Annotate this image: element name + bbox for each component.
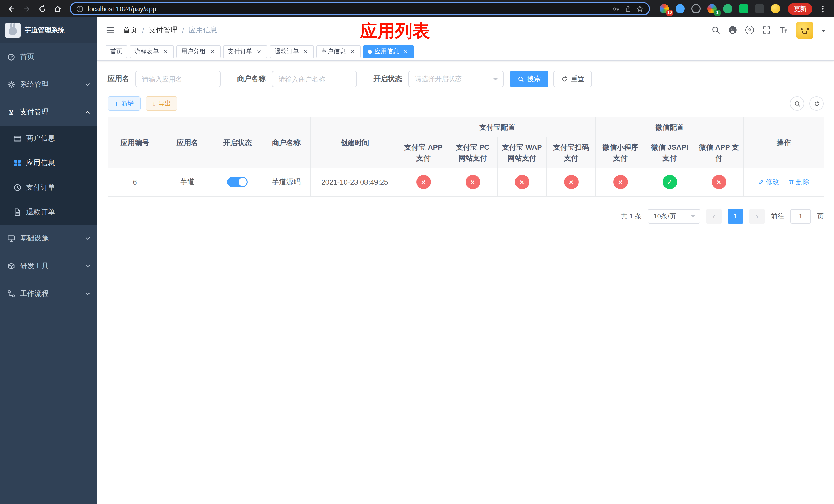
toggle-search-button[interactable] (790, 96, 804, 111)
tab-merchant-info[interactable]: 商户信息 × (316, 45, 360, 58)
tab-pay-orders[interactable]: 支付订单 × (223, 45, 267, 58)
close-icon[interactable]: × (402, 48, 409, 55)
browser-toolbar: localhost:1024/pay/app 10 1 更新 (0, 0, 834, 18)
app-name-input[interactable] (135, 71, 221, 87)
sidebar-item-infrastructure[interactable]: 基础设施 (0, 225, 97, 252)
clock-icon (13, 184, 22, 192)
navbar: 首页 / 支付管理 / 应用信息 ? (97, 18, 834, 43)
refresh-icon (813, 100, 820, 107)
next-page-button[interactable]: › (749, 209, 765, 224)
user-menu-caret-icon[interactable] (822, 29, 826, 33)
merchant-name-input[interactable] (272, 71, 357, 87)
tab-process-form[interactable]: 流程表单 × (130, 45, 174, 58)
extension-icon-4[interactable]: 1 (707, 4, 717, 14)
sidebar-item-workflow[interactable]: 工作流程 (0, 280, 97, 307)
bookmark-star-icon[interactable] (636, 5, 644, 13)
github-icon[interactable] (728, 26, 737, 35)
goto-page-input[interactable] (790, 209, 811, 224)
browser-back-icon[interactable] (4, 2, 19, 16)
close-icon[interactable]: × (349, 48, 356, 55)
sidebar-item-home[interactable]: 首页 (0, 43, 97, 71)
chevron-down-icon (85, 236, 90, 241)
sidebar-item-label: 研发工具 (20, 261, 49, 271)
sidebar-item-payment[interactable]: ¥ 支付管理 (0, 98, 97, 126)
sidebar-item-refund-orders[interactable]: 退款订单 (0, 200, 97, 225)
extension-badge: 10 (666, 10, 673, 16)
sidebar-item-label: 商户信息 (26, 134, 55, 143)
extension-icon-8[interactable] (770, 4, 781, 14)
browser-reload-icon[interactable] (35, 2, 49, 16)
sidebar-item-label: 基础设施 (20, 234, 49, 243)
tab-app-info[interactable]: 应用信息 × (363, 45, 414, 58)
help-icon[interactable]: ? (745, 26, 754, 35)
add-button[interactable]: + 新增 (108, 96, 140, 111)
status-icon: × (613, 175, 628, 189)
search-icon[interactable] (711, 26, 720, 35)
extension-icon-1[interactable]: 10 (659, 4, 670, 14)
dashboard-icon (7, 53, 15, 61)
sidebar-item-dev-tools[interactable]: 研发工具 (0, 252, 97, 280)
sidebar-item-pay-orders[interactable]: 支付订单 (0, 175, 97, 200)
tab-user-group[interactable]: 用户分组 × (176, 45, 221, 58)
extension-icon-5[interactable] (723, 4, 733, 14)
cell-created: 2021-10-23 08:49:25 (311, 168, 399, 197)
extension-badge: 1 (714, 10, 721, 16)
chrome-update-button[interactable]: 更新 (788, 3, 812, 15)
breadcrumb-home[interactable]: 首页 (123, 25, 137, 35)
delete-link[interactable]: 删除 (788, 178, 809, 187)
extension-icon-2[interactable] (675, 4, 685, 14)
site-info-icon[interactable] (76, 5, 84, 13)
share-icon[interactable] (624, 5, 632, 13)
sidebar-item-system[interactable]: 系统管理 (0, 71, 97, 98)
workflow-icon (7, 290, 15, 298)
search-button[interactable]: 搜索 (510, 71, 548, 87)
enabled-toggle[interactable] (227, 177, 248, 187)
prev-page-button[interactable]: ‹ (706, 209, 722, 224)
reset-button[interactable]: 重置 (553, 71, 592, 87)
export-button[interactable]: ↓ 导出 (146, 96, 177, 111)
page-1-button[interactable]: 1 (728, 209, 743, 224)
close-icon[interactable]: × (162, 48, 169, 55)
col-header-actions: 操作 (744, 117, 824, 168)
breadcrumb-payment[interactable]: 支付管理 (149, 25, 177, 35)
extension-icon-6[interactable] (739, 4, 749, 14)
sidebar-toggle-icon[interactable] (106, 25, 115, 35)
tags-view: 首页 流程表单 × 用户分组 × 支付订单 × 退款订单 × (97, 43, 834, 61)
refresh-table-button[interactable] (809, 96, 824, 111)
fullscreen-icon[interactable] (762, 26, 771, 35)
user-avatar[interactable] (796, 21, 813, 39)
plus-icon: + (114, 100, 118, 107)
status-label: 开启状态 (373, 74, 402, 84)
tab-home[interactable]: 首页 (106, 45, 127, 58)
address-bar[interactable]: localhost:1024/pay/app (70, 2, 650, 15)
extension-icon-3[interactable] (691, 4, 701, 14)
chevron-down-icon (690, 215, 696, 220)
edit-link[interactable]: 修改 (758, 178, 779, 187)
group-header-alipay: 支付宝配置 (399, 117, 596, 137)
browser-forward-icon[interactable] (20, 2, 34, 16)
extension-icon-7[interactable] (754, 4, 765, 14)
tab-refund-orders[interactable]: 退款订单 × (270, 45, 314, 58)
page-annotation: 应用列表 (360, 20, 430, 43)
cell-wx-app: × (694, 168, 744, 197)
payment-submenu: 商户信息 应用信息 支付订单 (0, 126, 97, 225)
merchant-name-label: 商户名称 (237, 74, 266, 84)
close-icon[interactable]: × (209, 48, 216, 55)
sidebar-item-merchant-info[interactable]: 商户信息 (0, 126, 97, 151)
browser-menu-icon[interactable] (815, 2, 830, 16)
group-header-wechat: 微信配置 (596, 117, 744, 137)
col-header-wx-app: 微信 APP 支付 (694, 137, 744, 168)
screen: localhost:1024/pay/app 10 1 更新 (0, 0, 834, 504)
grid-icon (13, 159, 22, 167)
status-select[interactable]: 请选择开启状态 (408, 71, 504, 87)
sidebar-item-label: 系统管理 (20, 80, 49, 89)
browser-home-icon[interactable] (50, 2, 65, 16)
font-size-icon[interactable] (779, 26, 788, 35)
password-key-icon[interactable] (612, 5, 620, 13)
sidebar-item-app-info[interactable]: 应用信息 (0, 151, 97, 175)
close-icon[interactable]: × (302, 48, 309, 55)
chevron-up-icon (85, 110, 90, 115)
page-size-select[interactable]: 10条/页 (648, 209, 700, 224)
logo-avatar (5, 23, 21, 38)
close-icon[interactable]: × (256, 48, 263, 55)
